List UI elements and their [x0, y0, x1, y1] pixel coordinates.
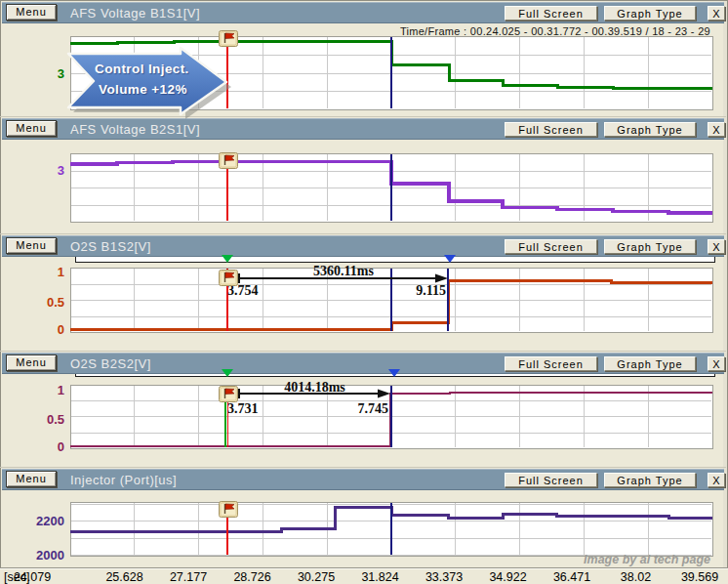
time-tick-label: 33.373 — [413, 570, 475, 584]
panel-titlebar: Menu AFS Voltage B1S1[V] Full Screen Gra… — [2, 2, 724, 23]
measure-end-value: 9.115 — [399, 283, 446, 299]
time-tick-label: 28.726 — [222, 570, 284, 584]
full-screen-button[interactable]: Full Screen — [505, 6, 597, 21]
time-range-slider[interactable] — [75, 256, 715, 263]
y-axis-label: 2200 — [25, 515, 64, 527]
y-axis-label: 0 — [25, 440, 64, 453]
measure-duration-label: 5360.11ms — [285, 264, 402, 279]
panel-titlebar: Menu Injector (Port)[us] Full Screen Gra… — [2, 469, 724, 490]
graph-type-button[interactable]: Graph Type — [604, 239, 696, 254]
y-axis-label: 0 — [25, 323, 64, 336]
y-axis-label: 3 — [25, 67, 64, 80]
panel-titlebar: Menu O2S B2S2[V] Full Screen Graph Type … — [2, 353, 724, 374]
y-axis-label: 1 — [25, 266, 64, 278]
bookmark-flag-icon[interactable] — [219, 152, 238, 169]
menu-button[interactable]: Menu — [6, 120, 57, 137]
time-tick-label: 38.02 — [605, 570, 667, 584]
full-screen-button[interactable]: Full Screen — [505, 122, 597, 137]
panel-title: Injector (Port)[us] — [70, 473, 177, 487]
close-button[interactable]: X — [708, 122, 725, 137]
y-axis-label: 1 — [25, 384, 64, 396]
panel-afs-voltage-b1s1: Menu AFS Voltage B1S1[V] Full Screen Gra… — [0, 0, 726, 117]
menu-button[interactable]: Menu — [6, 471, 57, 487]
bookmark-flag-icon[interactable] — [219, 270, 238, 286]
time-tick-label: 31.824 — [349, 570, 412, 584]
menu-button[interactable]: Menu — [6, 355, 57, 371]
y-axis-label: 0.5 — [25, 296, 64, 309]
y-axis-label: 2000 — [25, 549, 64, 562]
panel-titlebar: Menu O2S B1S2[V] Full Screen Graph Type … — [2, 235, 724, 257]
time-frame-readout: Time/Frame : 00.24.025 - 00.31.772 - 00.… — [400, 25, 710, 37]
panel-o2s-b2s2: Menu O2S B2S2[V] Full Screen Graph Type … — [0, 351, 726, 468]
close-button[interactable]: X — [708, 6, 725, 21]
time-tick-label: 36.471 — [541, 570, 603, 584]
panel-title: O2S B2S2[V] — [70, 356, 151, 371]
graph-type-button[interactable]: Graph Type — [604, 122, 696, 137]
slider-marker-blue-icon[interactable] — [444, 255, 456, 263]
panel-title: O2S B1S2[V] — [70, 239, 151, 254]
measure-start-value: 3.731 — [227, 401, 259, 417]
time-tick-label: 30.275 — [285, 570, 347, 584]
watermark-text: Image by al tech page — [584, 553, 710, 566]
measure-end-value: 7.745 — [342, 401, 388, 417]
callout-text-line1: Control Inject. — [95, 62, 189, 76]
time-tick-label: 25.628 — [94, 570, 156, 584]
full-screen-button[interactable]: Full Screen — [505, 473, 597, 487]
graph-type-button[interactable]: Graph Type — [604, 473, 696, 487]
slider-marker-green-icon[interactable] — [222, 255, 233, 263]
time-tick-label: 39.569 — [668, 570, 728, 584]
scan-tool-window: Menu AFS Voltage B1S1[V] Full Screen Gra… — [0, 0, 728, 584]
panel-title: AFS Voltage B1S1[V] — [70, 6, 200, 21]
close-button[interactable]: X — [708, 473, 725, 487]
bookmark-flag-icon[interactable] — [219, 501, 238, 518]
panel-titlebar: Menu AFS Voltage B2S1[V] Full Screen Gra… — [2, 118, 724, 140]
panel-title: AFS Voltage B2S1[V] — [70, 122, 200, 137]
close-button[interactable]: X — [708, 356, 725, 371]
slider-marker-green-icon[interactable] — [222, 369, 233, 377]
menu-button[interactable]: Menu — [6, 4, 57, 21]
bookmark-flag-icon[interactable] — [219, 386, 238, 402]
full-screen-button[interactable]: Full Screen — [505, 356, 597, 371]
menu-button[interactable]: Menu — [6, 237, 57, 254]
time-axis: [sec] 24.07925.62827.17728.72630.27531.8… — [0, 567, 728, 584]
y-axis-label: 3 — [25, 164, 64, 177]
panel-o2s-b1s2: Menu O2S B1S2[V] Full Screen Graph Type … — [0, 233, 726, 352]
slider-marker-blue-icon[interactable] — [388, 369, 400, 377]
time-tick-label: 34.922 — [477, 570, 540, 584]
close-button[interactable]: X — [708, 239, 725, 254]
time-tick-label: 27.177 — [157, 570, 220, 584]
y-axis-label: 0.5 — [25, 413, 64, 426]
time-tick-label: 24.079 — [1, 570, 63, 584]
panel-afs-voltage-b2s1: Menu AFS Voltage B2S1[V] Full Screen Gra… — [0, 116, 726, 234]
graph-type-button[interactable]: Graph Type — [604, 6, 696, 21]
callout-text-line2: Volume +12% — [99, 82, 187, 97]
panel-injector-port: Menu Injector (Port)[us] Full Screen Gra… — [0, 467, 726, 568]
measure-duration-label: 4014.18ms — [257, 380, 374, 396]
full-screen-button[interactable]: Full Screen — [505, 239, 597, 254]
graph-type-button[interactable]: Graph Type — [604, 356, 696, 371]
